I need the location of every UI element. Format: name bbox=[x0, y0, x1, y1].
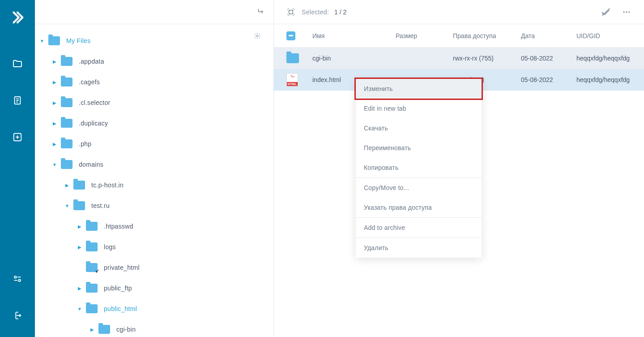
selected-label: Selected: bbox=[302, 9, 329, 16]
cell-name: cgi-bin bbox=[312, 55, 396, 62]
folder-icon bbox=[48, 36, 60, 45]
svg-point-16 bbox=[628, 11, 630, 13]
folder-icon bbox=[286, 53, 299, 63]
chevron-down-icon[interactable]: ▼ bbox=[39, 38, 45, 43]
gear-icon[interactable] bbox=[254, 32, 261, 41]
folder-icon bbox=[73, 201, 85, 210]
chevron-down-icon[interactable]: ▼ bbox=[52, 162, 57, 167]
cell-perm: rwx-rx-rx (755) bbox=[453, 55, 521, 62]
ctx-copy[interactable]: Копировать bbox=[356, 158, 482, 177]
svg-rect-12 bbox=[289, 10, 293, 13]
selected-count: 1 / 2 bbox=[334, 9, 346, 16]
tree-item-label: logs bbox=[104, 243, 116, 251]
tree-item-label: .htpasswd bbox=[104, 223, 133, 230]
logo-icon[interactable] bbox=[8, 8, 27, 27]
chevron-down-icon[interactable]: ▼ bbox=[64, 203, 70, 208]
col-size[interactable]: Размер bbox=[396, 32, 453, 39]
folder-icon bbox=[98, 325, 110, 334]
ctx-permissions[interactable]: Указать права доступа bbox=[356, 198, 482, 217]
nav-rail bbox=[0, 0, 35, 337]
files-icon[interactable] bbox=[8, 54, 27, 73]
chevron-right-icon[interactable]: ▶ bbox=[90, 327, 95, 332]
folder-icon bbox=[86, 242, 98, 251]
svg-point-11 bbox=[256, 35, 258, 37]
settings-icon[interactable] bbox=[8, 269, 27, 289]
table-row[interactable]: cgi-binrwx-rx-rx (755)05-08-2022heqqxfdg… bbox=[274, 48, 644, 69]
cell-uid: heqqxfdg/heqqxfdg bbox=[576, 76, 631, 83]
folder-icon bbox=[61, 160, 73, 169]
tree-item[interactable]: ▼test.ru bbox=[39, 195, 269, 216]
ctx-copymove[interactable]: Copy/Move to... bbox=[356, 178, 482, 198]
tree-item-label: private_html bbox=[104, 264, 140, 271]
folder-icon bbox=[86, 284, 98, 293]
tree-item[interactable]: ▶.htpasswd bbox=[39, 216, 269, 237]
tree-toolbar bbox=[35, 0, 273, 24]
tree-item[interactable]: ▶.appdata bbox=[39, 51, 269, 72]
tree-item[interactable]: ▶.duplicacy bbox=[39, 113, 269, 134]
more-icon[interactable] bbox=[622, 7, 631, 17]
folder-icon bbox=[61, 78, 73, 86]
folder-icon bbox=[86, 222, 98, 231]
chevron-right-icon[interactable]: ▶ bbox=[52, 59, 57, 64]
tree-item-label: tc.p-host.in bbox=[91, 181, 124, 189]
tree-item-label: domains bbox=[79, 161, 103, 168]
deselect-icon[interactable] bbox=[601, 7, 611, 17]
chevron-down-icon[interactable]: ▼ bbox=[77, 306, 82, 311]
tree-item[interactable]: ▶logs bbox=[39, 237, 269, 257]
tree-item-label: test.ru bbox=[91, 202, 110, 209]
document-icon[interactable] bbox=[8, 91, 27, 110]
ctx-archive[interactable]: Add to archive bbox=[356, 218, 482, 238]
tree-item[interactable]: ▶tc.p-host.in bbox=[39, 175, 269, 195]
ctx-download[interactable]: Скачать bbox=[356, 118, 482, 138]
svg-line-13 bbox=[602, 8, 610, 16]
chevron-right-icon[interactable]: ▶ bbox=[64, 182, 70, 188]
context-menu: Изменить Edit in new tab Скачать Переиме… bbox=[356, 79, 482, 258]
main-toolbar: Selected: 1 / 2 bbox=[274, 0, 644, 24]
ctx-rename[interactable]: Переименовать bbox=[356, 138, 482, 158]
chevron-right-icon[interactable]: ▶ bbox=[52, 121, 57, 126]
chevron-right-icon[interactable]: ▶ bbox=[52, 141, 57, 147]
chevron-right-icon[interactable]: ▶ bbox=[52, 79, 57, 85]
col-uid[interactable]: UID/GID bbox=[576, 32, 631, 39]
tree-item-label: cgi-bin bbox=[116, 326, 136, 333]
tree-item[interactable]: ▼domains bbox=[39, 154, 269, 175]
col-perm[interactable]: Права доступа bbox=[453, 32, 521, 39]
chevron-right-icon[interactable]: ▶ bbox=[77, 224, 82, 229]
logout-icon[interactable] bbox=[8, 306, 27, 325]
tree-item[interactable]: ▶public_ftp bbox=[39, 278, 269, 298]
folder-icon bbox=[86, 263, 98, 272]
svg-point-14 bbox=[623, 11, 625, 13]
cell-date: 05-08-2022 bbox=[521, 55, 576, 62]
ctx-delete[interactable]: Удалить bbox=[356, 238, 482, 258]
tree-item[interactable]: ▶.cagefs bbox=[39, 72, 269, 92]
tree-item-label: .appdata bbox=[79, 58, 104, 65]
spacer bbox=[77, 265, 82, 270]
tree-item-label: .cagefs bbox=[79, 78, 100, 86]
enter-icon[interactable] bbox=[257, 8, 264, 16]
tree-item[interactable]: ▶.php bbox=[39, 134, 269, 154]
tree-root[interactable]: ▼ My Files bbox=[39, 30, 269, 51]
header-checkbox[interactable] bbox=[286, 31, 295, 40]
col-date[interactable]: Дата bbox=[521, 32, 576, 39]
svg-point-9 bbox=[18, 279, 21, 281]
folder-icon bbox=[61, 57, 73, 66]
ctx-edit-new-tab[interactable]: Edit in new tab bbox=[356, 99, 482, 118]
tree-item-label: public_ftp bbox=[104, 285, 132, 292]
folder-icon bbox=[61, 98, 73, 107]
tree-root-label: My Files bbox=[66, 37, 91, 44]
html-file-icon: HTML bbox=[286, 73, 298, 86]
tree-item[interactable]: private_html bbox=[39, 257, 269, 278]
chevron-right-icon[interactable]: ▶ bbox=[52, 100, 57, 105]
add-icon[interactable] bbox=[8, 127, 27, 147]
folder-icon bbox=[73, 181, 85, 190]
tree-item-label: .php bbox=[79, 140, 91, 147]
cell-date: 05-08-2022 bbox=[521, 76, 576, 83]
tree-item[interactable]: ▶cgi-bin bbox=[39, 319, 269, 337]
chevron-right-icon[interactable]: ▶ bbox=[77, 244, 82, 250]
ctx-edit[interactable]: Изменить bbox=[354, 78, 483, 100]
tree-item[interactable]: ▶.cl.selector bbox=[39, 92, 269, 113]
select-all-icon[interactable] bbox=[286, 8, 295, 17]
tree-item[interactable]: ▼public_html bbox=[39, 298, 269, 319]
col-name[interactable]: Имя bbox=[312, 32, 396, 39]
chevron-right-icon[interactable]: ▶ bbox=[77, 285, 82, 291]
